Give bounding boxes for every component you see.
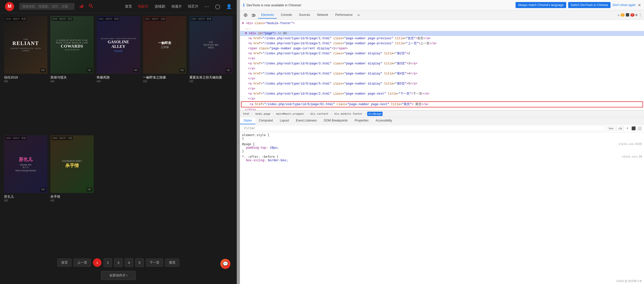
dom-line-7[interactable]: <a href="/index.php/vod/type/id/6/page/2… bbox=[240, 51, 644, 56]
movie-card-3[interactable]: 2022 · 动作片 · 美国 DEVON SAWA · SAM WORTHIN… bbox=[97, 16, 140, 132]
breadcrumb-html[interactable]: html bbox=[242, 112, 251, 116]
movie-card-6[interactable]: 1993 · 动作片 · 香港 苏乞儿 Donnie Yen 甄子丹 Hero … bbox=[4, 135, 47, 252]
movie-card-7[interactable]: 1988 · 动作片 · 大陆 彩色宽银幕武打故事片 杀手情 HD 杀手情 HD bbox=[50, 135, 94, 252]
switch-chinese-button[interactable]: Switch DevTools to Chinese bbox=[568, 2, 611, 8]
notification-close-button[interactable]: ✕ bbox=[638, 3, 641, 8]
page-current-btn[interactable]: 1 bbox=[93, 258, 101, 267]
movie-card-2[interactable]: 2019 · 动作片 · 其它 A SINGLE MISTAKE CAN RUI… bbox=[50, 16, 94, 132]
movie-quality-5: HD bbox=[189, 80, 233, 83]
style-filter-input[interactable] bbox=[242, 126, 604, 131]
css-universal-source[interactable]: style.css:10 bbox=[622, 155, 642, 158]
tab-more-icon[interactable]: » bbox=[357, 13, 361, 17]
nav-anime[interactable]: 动漫片 bbox=[171, 4, 182, 9]
dom-line-8[interactable]: </a> bbox=[240, 56, 644, 61]
all-movies-button[interactable]: 全部动作片 › bbox=[101, 271, 136, 280]
breadcrumb-page[interactable]: div#page bbox=[367, 112, 383, 116]
devtools-panel: ℹ DevTools is now available in Chinese! … bbox=[240, 0, 644, 284]
settings-icon[interactable]: ⚙ bbox=[635, 13, 637, 17]
dom-line-5[interactable]: <a href="/index.php/vod/type/id/6/page/1… bbox=[240, 41, 644, 46]
video-website-panel: M 首页 电影片 连续剧 动漫片 综艺片 ⋯ ◯ 👤 2019 · 动作片 · … bbox=[0, 0, 237, 284]
nav-user-icon[interactable]: 👤 bbox=[226, 4, 232, 9]
dom-line-12[interactable]: </a> bbox=[240, 76, 644, 81]
dom-line-18[interactable]: </div> bbox=[240, 107, 644, 110]
nav-variety[interactable]: 综艺片 bbox=[188, 4, 198, 9]
warning-badge: 7 bbox=[621, 13, 625, 17]
page-2-btn[interactable]: 2 bbox=[104, 258, 112, 267]
style-tab-computed[interactable]: Computed bbox=[255, 117, 276, 124]
device-toolbar-icon[interactable] bbox=[250, 12, 257, 19]
notification-text: DevTools is now available in Chinese! bbox=[247, 3, 514, 7]
dom-line-10[interactable]: </a> bbox=[240, 66, 644, 71]
inspect-element-icon[interactable] bbox=[242, 12, 249, 19]
dom-line-15[interactable]: <a href="/index.php/vod/type/id/6/page/2… bbox=[240, 91, 644, 96]
breadcrumb-content[interactable]: div.content bbox=[309, 112, 330, 116]
style-tab-styles[interactable]: Styles bbox=[240, 117, 255, 124]
match-language-button[interactable]: Always match Chrome's language bbox=[516, 2, 566, 8]
page-first-btn[interactable]: 首页 bbox=[57, 259, 72, 267]
breadcrumb-footer[interactable]: div.module-footer bbox=[333, 112, 364, 116]
breadcrumb-main[interactable]: main#main.wrapper bbox=[275, 112, 306, 116]
more-options-icon[interactable]: ⋮ bbox=[638, 13, 642, 17]
dom-line-16[interactable]: </a> bbox=[240, 96, 644, 101]
css-page-selector: #page { bbox=[242, 142, 255, 146]
toggle-style-icon[interactable]: ⬜ bbox=[637, 126, 642, 131]
dom-line-9[interactable]: <a href="/index.php/vod/type/id/6/page/3… bbox=[240, 61, 644, 66]
page-next-btn[interactable]: 下一页 bbox=[146, 259, 163, 267]
page-prev-btn[interactable]: 上一页 bbox=[74, 259, 91, 267]
hov-button[interactable]: :hov bbox=[606, 126, 615, 131]
movie-title-5: 重案实录之惊天械劫案 bbox=[189, 75, 233, 80]
tab-network[interactable]: Network bbox=[314, 12, 331, 19]
css-rule-element: element.style { } bbox=[242, 133, 642, 140]
nav-more-icon[interactable]: ⋯ bbox=[205, 4, 209, 9]
tab-sources[interactable]: Sources bbox=[296, 12, 313, 19]
svg-point-3 bbox=[89, 4, 92, 7]
all-movies-section: 全部动作片 › bbox=[0, 271, 237, 284]
tab-performance[interactable]: Performance bbox=[332, 12, 356, 19]
page-3-btn[interactable]: 3 bbox=[114, 258, 123, 267]
style-tab-event-listeners[interactable]: Event Listeners bbox=[292, 117, 320, 124]
error-icon: ⬛ bbox=[626, 13, 629, 17]
dom-line-17-highlighted[interactable]: <a href="/index.php/vod/type/id/6/page/6… bbox=[242, 102, 642, 107]
dom-line-1[interactable]: ▼ <div class="module-footer"> bbox=[240, 21, 644, 26]
nav-chat-icon[interactable]: ◯ bbox=[215, 4, 220, 9]
page-last-btn[interactable]: 尾页 bbox=[165, 259, 179, 267]
add-style-icon[interactable]: + bbox=[625, 126, 630, 131]
resize-handle[interactable]: ⋮ bbox=[237, 0, 240, 284]
style-tab-accessibility[interactable]: Accessibility bbox=[372, 117, 395, 124]
style-tab-layout[interactable]: Layout bbox=[276, 117, 292, 124]
dom-line-3[interactable]: ▼ <div id="page"> == $0 bbox=[240, 31, 644, 36]
nav-movies[interactable]: 电影片 bbox=[138, 4, 149, 9]
movie-badge-1: HD bbox=[40, 68, 46, 72]
breadcrumb-sep-2: › bbox=[273, 112, 274, 115]
site-logo[interactable]: M bbox=[5, 2, 14, 11]
movie-card-5[interactable]: 1994 · 动作片 · 香港 主演: 曾志伟 邵兵 翁虹 班赞文 HD 重案实… bbox=[189, 16, 233, 132]
page-4-btn[interactable]: 4 bbox=[125, 258, 133, 267]
page-5-btn[interactable]: 5 bbox=[135, 258, 144, 267]
style-tab-dom-breakpoints[interactable]: DOM Breakpoints bbox=[320, 117, 351, 124]
css-page-source[interactable]: style.css:4135 bbox=[619, 142, 642, 146]
movie-card-1[interactable]: 2019 · 动作片 · 美国 THE RELIANT SOPHIE THIRO… bbox=[4, 16, 47, 132]
dom-line-14[interactable]: </a> bbox=[240, 86, 644, 91]
nav-home[interactable]: 首页 bbox=[125, 4, 132, 9]
tab-elements[interactable]: Elements bbox=[258, 12, 277, 19]
copy-style-icon[interactable]: ⬛ bbox=[631, 126, 636, 131]
search-input[interactable] bbox=[19, 3, 75, 10]
movie-card-4[interactable]: 2021 · 动作片 · 大陆 一触即发 之除爆 HD 一触即发之除爆 HD bbox=[143, 16, 186, 132]
tab-console[interactable]: Console bbox=[278, 12, 295, 19]
breadcrumb-body[interactable]: body.page bbox=[254, 112, 272, 116]
dom-line-13[interactable]: <a href="/index.php/vod/type/id/6/page/5… bbox=[240, 81, 644, 86]
css-rule-page-header: #page { style.css:4135 bbox=[242, 142, 642, 146]
dom-anchor-5: <a href="/index.php/vod/type/id/6/page/4… bbox=[248, 71, 417, 76]
nav-series[interactable]: 连续剧 bbox=[155, 4, 165, 9]
dom-line-2[interactable]: ... bbox=[240, 26, 644, 31]
style-tab-properties[interactable]: Properties bbox=[351, 117, 372, 124]
movie-badge-2: HD bbox=[87, 68, 92, 72]
dont-show-again-button[interactable]: Don't show again bbox=[613, 3, 636, 7]
chart-icon[interactable] bbox=[80, 4, 84, 9]
dom-line-6[interactable]: <span class="page-number page-current di… bbox=[240, 46, 644, 51]
float-bubble-button[interactable]: 💬 bbox=[220, 259, 230, 269]
dom-line-4[interactable]: <a href="/index.php/vod/type/id/6/page/1… bbox=[240, 36, 644, 41]
search-button[interactable] bbox=[89, 4, 93, 9]
dom-line-11[interactable]: <a href="/index.php/vod/type/id/6/page/4… bbox=[240, 71, 644, 76]
cls-button[interactable]: .cls bbox=[616, 126, 624, 131]
